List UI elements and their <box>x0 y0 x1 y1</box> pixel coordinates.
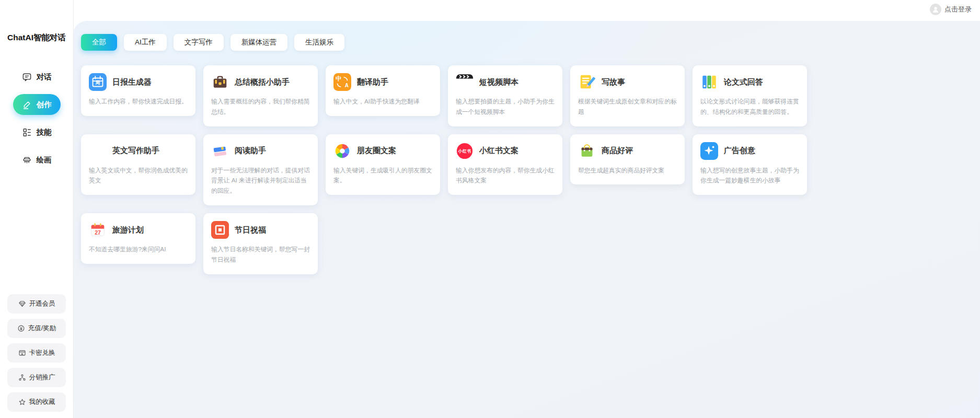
tab-all[interactable]: 全部 <box>81 34 117 51</box>
tool-title: 小红书文案 <box>479 146 518 156</box>
tool-title: 广告创意 <box>724 146 755 156</box>
tool-description: 输入节日名称和关键词，帮您写一封节日祝福 <box>211 245 310 265</box>
tab-media[interactable]: 新媒体运营 <box>230 34 288 51</box>
star-icon <box>18 398 26 406</box>
briefcase-icon <box>211 73 229 91</box>
xhs-icon: 小红书 <box>456 142 474 160</box>
moments-icon <box>333 142 351 160</box>
tab-label: 全部 <box>92 38 106 47</box>
tool-description: 输入想写的创意故事主题，小助手为你生成一篇妙趣横生的小故事 <box>700 166 799 187</box>
sidebar-item-create[interactable]: 创作 <box>13 94 61 115</box>
gem-icon <box>18 300 26 308</box>
sidebar-item-paint[interactable]: 绘画 <box>13 149 61 170</box>
tools-grid: 周 日报生成器 输入工作内容，帮你快速完成日报。 总结概括小助手 输入需要概括的… <box>81 65 980 274</box>
edit-icon <box>22 100 32 110</box>
avatar-icon <box>930 4 941 15</box>
sidebar-item-label: 技能 <box>37 127 52 137</box>
sidebar-item-label: 创作 <box>37 100 52 110</box>
tool-title: 写故事 <box>602 77 625 87</box>
sidebar-item-chat[interactable]: 对话 <box>13 66 61 87</box>
tool-title: 阅读助手 <box>235 146 266 156</box>
tool-description: 输入关键词，生成吸引人的朋友圈文案。 <box>333 166 432 187</box>
tab-label: AI工作 <box>135 38 156 47</box>
tool-description: 输入工作内容，帮你快速完成日报。 <box>89 97 188 107</box>
tool-title: 翻译助手 <box>357 77 388 87</box>
story-icon <box>578 73 596 91</box>
essay-icon <box>700 73 718 91</box>
story-icon <box>578 73 596 91</box>
tool-card-daily-report[interactable]: 周 日报生成器 输入工作内容，帮你快速完成日报。 <box>81 65 195 116</box>
skills-icon <box>22 127 32 137</box>
tool-description: 输入你想发布的内容，帮你生成小红书风格文案 <box>456 166 555 187</box>
login-button[interactable]: 点击登录 <box>930 4 972 15</box>
bag-icon <box>578 142 596 160</box>
action-button-label: 充值/奖励 <box>28 324 56 333</box>
tool-card-travel[interactable]: 27 旅游计划 不知道去哪里旅游?来问问AI <box>81 213 195 264</box>
sidebar-item-label: 对话 <box>37 72 52 82</box>
tool-card-product-review[interactable]: 商品好评 帮您生成超真实的商品好评文案 <box>570 134 685 185</box>
festival-icon <box>211 221 229 239</box>
sidebar-nav: 对话 创作 技能 绘画 <box>13 66 61 170</box>
tool-description: 输入英文或中文，帮你润色成优美的英文 <box>89 166 188 187</box>
tool-description: 根据关键词生成原创文章和对应的标题 <box>578 97 677 118</box>
festival-icon <box>211 221 229 239</box>
video-icon <box>456 73 474 91</box>
tool-card-ad-creative[interactable]: 广告创意 输入想写的创意故事主题，小助手为你生成一篇妙趣横生的小故事 <box>693 134 807 195</box>
tool-card-story[interactable]: 写故事 根据关键词生成原创文章和对应的标题 <box>570 65 685 126</box>
action-button-label: 我的收藏 <box>29 398 55 407</box>
tool-card-festival[interactable]: 节日祝福 输入节日名称和关键词，帮您写一封节日祝福 <box>203 213 318 274</box>
tool-card-video-script[interactable]: 短视频脚本 输入想要拍摄的主题，小助手为你生成一个短视频脚本 <box>448 65 562 126</box>
tool-title: 节日祝福 <box>235 225 266 235</box>
tab-label: 新媒体运营 <box>241 38 277 47</box>
login-label: 点击登录 <box>944 5 972 14</box>
action-button-label: 开通会员 <box>29 299 55 308</box>
bag-icon <box>578 142 596 160</box>
tool-card-summary[interactable]: 总结概括小助手 输入需要概括的内容，我们帮你精简总结。 <box>203 65 318 126</box>
action-button-favorites[interactable]: 我的收藏 <box>7 392 66 412</box>
app-title: ChatAI智能对话 <box>7 32 66 43</box>
translate-icon: 中 A <box>333 73 351 91</box>
tool-title: 总结概括小助手 <box>235 77 290 87</box>
tool-title: 论文式回答 <box>724 77 763 87</box>
tab-ai-work[interactable]: AI工作 <box>124 34 167 51</box>
tool-card-english-writing[interactable]: En 英文写作助手 输入英文或中文，帮你润色成优美的英文 <box>81 134 195 195</box>
sidebar: ChatAI智能对话 对话 创作 技能 绘画 开通会员 充值/奖励 卡密兑换 分… <box>0 0 74 418</box>
tool-title: 英文写作助手 <box>112 146 159 156</box>
essay-icon <box>700 73 718 91</box>
tool-card-essay[interactable]: 论文式回答 以论文形式讨论问题，能够获得连贯的、结构化的和更高质量的回答。 <box>693 65 807 126</box>
english-icon: En <box>89 142 107 160</box>
paint-icon <box>22 155 32 165</box>
briefcase-icon <box>211 73 229 91</box>
reading-icon <box>211 142 229 160</box>
reading-icon <box>211 142 229 160</box>
travel-icon: 27 <box>89 221 107 239</box>
card-icon <box>18 349 26 357</box>
tool-title: 商品好评 <box>602 146 633 156</box>
tool-description: 以论文形式讨论问题，能够获得连贯的、结构化的和更高质量的回答。 <box>700 97 799 118</box>
ad-icon <box>700 142 718 160</box>
tool-card-xhs[interactable]: 小红书 小红书文案 输入你想发布的内容，帮你生成小红书风格文案 <box>448 134 562 195</box>
tool-title: 日报生成器 <box>112 77 152 87</box>
tool-description: 输入需要概括的内容，我们帮你精简总结。 <box>211 97 310 118</box>
tool-title: 旅游计划 <box>112 225 144 235</box>
main-panel: 全部 AI工作 文字写作 新媒体运营 生活娱乐 周 日报生成器 输入工作内容，帮… <box>73 21 980 418</box>
app-logo-icon <box>24 4 49 29</box>
tab-life[interactable]: 生活娱乐 <box>294 34 344 51</box>
video-icon <box>456 73 474 91</box>
tab-label: 生活娱乐 <box>305 38 333 47</box>
tool-description: 不知道去哪里旅游?来问问AI <box>89 245 188 255</box>
action-button-redeem[interactable]: 卡密兑换 <box>7 343 66 363</box>
tool-card-translate[interactable]: 中 A 翻译助手 输入中文，AI助手快速为您翻译 <box>326 65 440 116</box>
tool-card-reading[interactable]: 阅读助手 对于一些无法理解的对话，提供对话背景让 AI 来进行解读并制定出适当的… <box>203 134 318 205</box>
category-tabs: 全部 AI工作 文字写作 新媒体运营 生活娱乐 <box>81 34 980 51</box>
action-button-recharge[interactable]: 充值/奖励 <box>7 319 66 338</box>
tool-card-moments[interactable]: 朋友圈文案 输入关键词，生成吸引人的朋友圈文案。 <box>326 134 440 195</box>
tool-title: 朋友圈文案 <box>357 146 396 156</box>
tool-description: 帮您生成超真实的商品好评文案 <box>578 166 677 176</box>
tab-writing[interactable]: 文字写作 <box>174 34 224 51</box>
action-button-membership[interactable]: 开通会员 <box>7 294 66 314</box>
moments-icon <box>333 142 351 160</box>
action-button-affiliate[interactable]: 分销推广 <box>7 368 66 387</box>
sidebar-item-skills[interactable]: 技能 <box>13 122 61 143</box>
tool-title: 短视频脚本 <box>479 77 518 87</box>
